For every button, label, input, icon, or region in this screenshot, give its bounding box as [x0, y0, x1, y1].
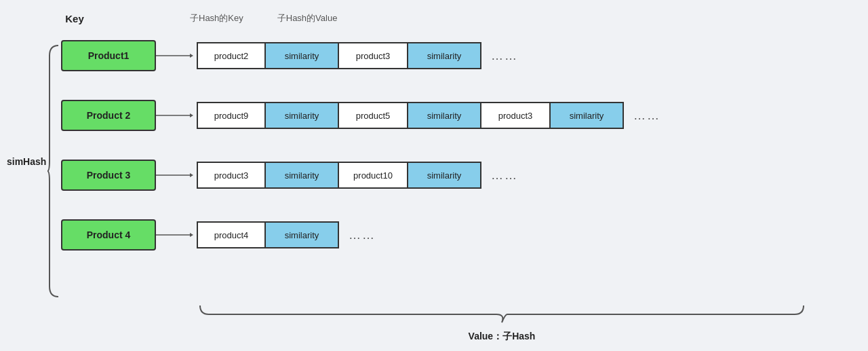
entry-pair: product4 similarity — [197, 221, 339, 248]
entry-pair: product5 similarity — [339, 102, 481, 129]
key-box-product3: Product 3 — [61, 160, 156, 191]
table-row: Product 4 product4 similarity …… — [61, 215, 861, 255]
dots-icon: …… — [491, 49, 518, 63]
header-subhash-value: 子Hash的Value — [277, 12, 338, 24]
left-brace-icon — [46, 42, 60, 300]
svg-marker-3 — [190, 113, 193, 117]
table-row: Product1 product2 similarity product3 si… — [61, 35, 861, 76]
svg-marker-7 — [190, 233, 193, 237]
column-headers: Key 子Hash的Key 子Hash的Value — [0, 12, 868, 24]
bottom-brace-area: Value：子Hash — [163, 302, 841, 343]
entry-pair: product9 similarity — [197, 102, 339, 129]
svg-marker-5 — [190, 173, 193, 177]
table-row: Product 2 product9 similarity product5 s… — [61, 95, 861, 136]
dots-icon: …… — [349, 228, 376, 242]
key-box-product2: Product 2 — [61, 100, 156, 131]
arrow-icon — [156, 52, 193, 59]
bottom-brace-icon — [197, 302, 807, 327]
entry-pair: product3 similarity — [481, 102, 624, 129]
arrow-icon — [156, 172, 193, 179]
entry-pair: product10 similarity — [339, 162, 481, 189]
table-row: Product 3 product3 similarity product10 … — [61, 155, 861, 196]
dots-icon: …… — [633, 109, 660, 123]
svg-marker-1 — [190, 54, 193, 58]
rows-area: Product1 product2 similarity product3 si… — [61, 35, 861, 274]
entry-pair: product3 similarity — [339, 42, 481, 69]
entry-pair: product2 similarity — [197, 42, 339, 69]
dots-icon: …… — [491, 168, 518, 183]
key-box-product1: Product1 — [61, 40, 156, 71]
hash-entries-product3: product3 similarity product10 similarity… — [197, 162, 518, 189]
bottom-label: Value：子Hash — [469, 331, 536, 343]
header-subhash-key: 子Hash的Key — [190, 12, 243, 24]
arrow-icon — [156, 232, 193, 238]
entry-pair: product3 similarity — [197, 162, 339, 189]
hash-entries-product2: product9 similarity product5 similarity … — [197, 102, 660, 129]
arrow-icon — [156, 112, 193, 119]
key-box-product4: Product 4 — [61, 219, 156, 251]
hash-entries-product1: product2 similarity product3 similarity … — [197, 42, 518, 69]
header-key: Key — [0, 13, 149, 24]
diagram-container: Key 子Hash的Key 子Hash的Value simHash Produc… — [0, 0, 868, 351]
simhash-label: simHash — [7, 156, 46, 167]
hash-entries-product4: product4 similarity …… — [197, 221, 376, 248]
